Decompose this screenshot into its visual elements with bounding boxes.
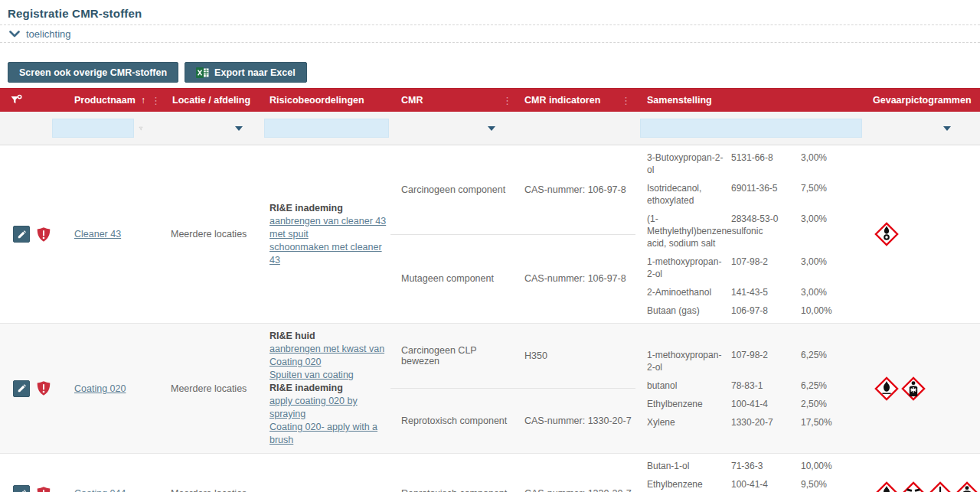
cmr-warning-shield-icon bbox=[37, 226, 51, 243]
filter-cell-locatie bbox=[165, 112, 264, 145]
risk-assessment-link[interactable]: aanbrengen met kwast van Coating 020 bbox=[270, 343, 387, 369]
component-name: (1-Methylethyl)benzenesulfonic acid, sod… bbox=[647, 213, 725, 249]
screen-cmr-button-label: Screen ook overige CMR-stoffen bbox=[19, 67, 167, 78]
cmr-warning-shield-icon bbox=[37, 380, 51, 396]
filter-cell-cmr bbox=[390, 112, 517, 145]
filter-funnel-icon[interactable] bbox=[139, 123, 143, 134]
composition-component: 1-methoxypropan-2-ol107-98-26,25% bbox=[647, 349, 847, 373]
composition-component: 1-methoxypropan-2-ol107-98-23,00% bbox=[647, 256, 847, 280]
component-cas: 107-98-2 bbox=[731, 256, 795, 280]
edit-button[interactable] bbox=[13, 485, 30, 492]
risk-assessments-cell bbox=[264, 454, 390, 492]
column-header-samenstelling[interactable]: Samenstelling bbox=[635, 89, 873, 112]
component-percentage: 2,50% bbox=[801, 398, 847, 410]
component-percentage: 3,00% bbox=[801, 256, 847, 280]
cmr-warning-shield-icon bbox=[37, 486, 51, 492]
flame-pictogram-icon bbox=[874, 376, 899, 401]
component-cas: 107-98-2 bbox=[731, 349, 795, 373]
screen-cmr-button[interactable]: Screen ook overige CMR-stoffen bbox=[8, 62, 178, 83]
product-link[interactable]: Coating 020 bbox=[74, 383, 126, 394]
column-menu-icon[interactable]: ⋮ bbox=[502, 95, 512, 106]
column-label: Samenstelling bbox=[647, 95, 712, 106]
composition-component: 2-Aminoethanol141-43-53,00% bbox=[647, 286, 847, 298]
product-link[interactable]: Coating 044 bbox=[74, 488, 126, 492]
table-row: Coating 044 Meerdere locaties Reprotoxis… bbox=[0, 454, 980, 492]
pencil-icon bbox=[17, 230, 27, 239]
productnaam-filter-input[interactable] bbox=[52, 119, 134, 138]
component-name: Butan-1-ol bbox=[647, 460, 725, 472]
column-header-gevaarpictogrammen[interactable]: Gevaarpictogrammen bbox=[873, 89, 980, 112]
product-link[interactable]: Cleaner 43 bbox=[74, 229, 121, 239]
component-name: Ethylbenzene bbox=[647, 398, 725, 410]
component-name: 2-Aminoethanol bbox=[647, 286, 725, 298]
risk-assessment-link[interactable]: apply coating 020 by spraying bbox=[270, 395, 387, 421]
chevron-down-icon bbox=[9, 31, 20, 37]
filter-cell-samenstelling bbox=[635, 112, 873, 145]
composition-cell: Butan-1-ol71-36-310,00%Ethylbenzene100-4… bbox=[635, 454, 873, 492]
hazard-pictograms-cell bbox=[873, 145, 980, 323]
location-cell: Meerdere locaties bbox=[165, 454, 264, 492]
edit-button[interactable] bbox=[13, 226, 30, 243]
corrosion-pictogram-icon bbox=[901, 481, 926, 492]
column-header-risicobeoordelingen[interactable]: Risicobeoordelingen bbox=[264, 89, 390, 112]
row-actions-cell bbox=[0, 145, 65, 323]
cmr-indicator-label: CAS-nummer: 106-97-8 bbox=[517, 184, 635, 195]
flame-over-circle-pictogram-icon bbox=[874, 222, 899, 246]
cmr-registration-page: Registratie CMR-stoffen toelichting Scre… bbox=[0, 0, 980, 492]
row-actions-cell bbox=[0, 324, 65, 453]
component-cas: 100-41-4 bbox=[731, 478, 795, 490]
component-cas: 69011-36-5 bbox=[731, 182, 795, 207]
health-hazard-pictogram-icon bbox=[901, 376, 926, 401]
toelichting-toggle[interactable]: toelichting bbox=[0, 24, 980, 43]
toolbar: Screen ook overige CMR-stoffen Export na… bbox=[8, 62, 980, 83]
component-cas: 141-43-5 bbox=[731, 286, 795, 298]
component-name: Isotridecanol, ethoxylated bbox=[647, 182, 725, 207]
locatie-filter-dropdown-icon[interactable] bbox=[235, 126, 243, 131]
component-percentage: 7,50% bbox=[801, 182, 847, 207]
column-menu-icon[interactable]: ⋮ bbox=[151, 95, 161, 106]
component-name: 3-Butoxypropan-2-ol bbox=[647, 152, 725, 176]
risk-group-title: RI&E inademing bbox=[270, 382, 343, 395]
edit-button[interactable] bbox=[13, 380, 30, 397]
cmr-entry: Reprotoxisch componentCAS-nummer: 1330-2… bbox=[390, 454, 635, 492]
header-filter-cell[interactable] bbox=[0, 89, 65, 112]
risico-filter-input[interactable] bbox=[264, 119, 389, 138]
composition-component: butanol78-83-16,25% bbox=[647, 380, 847, 392]
pencil-icon bbox=[17, 383, 27, 393]
column-header-cmr-indicatoren[interactable]: CMR indicatoren ⋮ bbox=[517, 89, 635, 112]
cmr-filter-dropdown-icon[interactable] bbox=[488, 126, 495, 131]
column-label: CMR bbox=[401, 95, 423, 106]
hazard-pictograms-cell bbox=[873, 454, 980, 492]
component-cas: 106-97-8 bbox=[731, 305, 795, 317]
component-cas: 5131-66-8 bbox=[731, 152, 795, 176]
composition-cell: 1-methoxypropan-2-ol107-98-26,25%butanol… bbox=[635, 324, 873, 453]
sort-ascending-icon[interactable]: ↑ bbox=[141, 95, 145, 106]
component-name: Ethylbenzene bbox=[647, 478, 725, 490]
composition-cell: 3-Butoxypropan-2-ol5131-66-83,00%Isotrid… bbox=[635, 145, 873, 323]
cmr-indicator-label: CAS-nummer: 1330-20-7 bbox=[517, 415, 635, 426]
cmr-cell: Reprotoxisch componentCAS-nummer: 1330-2… bbox=[390, 454, 635, 492]
column-header-productnaam[interactable]: Productnaam ↑ ⋮ bbox=[65, 89, 165, 112]
filter-icon bbox=[10, 94, 22, 106]
filter-cell-risico bbox=[264, 112, 390, 145]
risk-assessments-cell: RI&E inademingaanbrengen van cleaner 43 … bbox=[264, 145, 390, 323]
component-percentage: 10,00% bbox=[801, 460, 847, 472]
export-excel-button[interactable]: Export naar Excel bbox=[185, 62, 307, 83]
page-title: Registratie CMR-stoffen bbox=[0, 0, 980, 24]
column-header-cmr[interactable]: CMR ⋮ bbox=[390, 89, 517, 112]
table-row: Cleaner 43 Meerdere locaties RI&E inadem… bbox=[0, 145, 980, 324]
cmr-entry: Mutageen componentCAS-nummer: 106-97-8 bbox=[390, 234, 635, 324]
table-row: Coating 020 Meerdere locaties RI&E huida… bbox=[0, 324, 980, 454]
samenstelling-filter-input[interactable] bbox=[640, 119, 862, 138]
column-header-locatie[interactable]: Locatie / afdeling bbox=[165, 89, 264, 112]
gevaar-filter-dropdown-icon[interactable] bbox=[943, 126, 951, 131]
risk-assessment-link[interactable]: schoonmaken met cleaner 43 bbox=[270, 241, 387, 267]
risk-assessment-link[interactable]: Coating 020- apply with a brush bbox=[270, 421, 387, 447]
component-cas: 78-83-1 bbox=[731, 380, 795, 392]
column-menu-icon[interactable]: ⋮ bbox=[621, 95, 631, 106]
composition-component: Butaan (gas)106-97-810,00% bbox=[647, 305, 847, 317]
risk-assessment-link[interactable]: Spuiten van coating bbox=[270, 369, 354, 382]
cmr-type-label: Carcinogeen component bbox=[390, 184, 517, 195]
composition-component: Ethylbenzene100-41-42,50% bbox=[647, 398, 847, 410]
risk-assessment-link[interactable]: aanbrengen van cleaner 43 met spuit bbox=[270, 215, 387, 241]
